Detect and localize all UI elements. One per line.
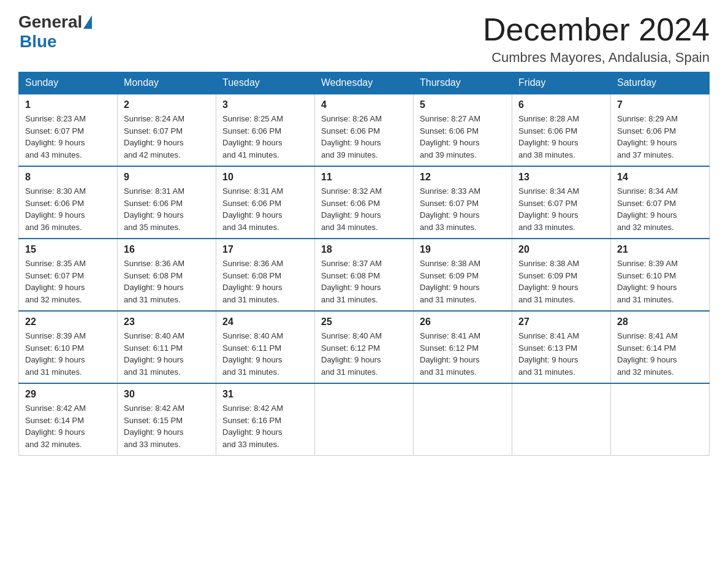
day-number: 28	[617, 316, 703, 327]
calendar-cell: 17 Sunrise: 8:36 AM Sunset: 6:08 PM Dayl…	[216, 239, 315, 311]
day-info: Sunrise: 8:31 AM Sunset: 6:06 PM Dayligh…	[222, 186, 283, 232]
day-info: Sunrise: 8:41 AM Sunset: 6:14 PM Dayligh…	[617, 331, 678, 377]
calendar-cell: 14 Sunrise: 8:34 AM Sunset: 6:07 PM Dayl…	[611, 166, 710, 239]
day-number: 3	[222, 99, 308, 110]
calendar-cell: 5 Sunrise: 8:27 AM Sunset: 6:06 PM Dayli…	[414, 94, 512, 166]
col-wednesday: Wednesday	[315, 72, 414, 94]
calendar-cell: 28 Sunrise: 8:41 AM Sunset: 6:14 PM Dayl…	[611, 311, 710, 383]
day-number: 31	[222, 389, 308, 400]
day-number: 11	[321, 172, 407, 183]
calendar-cell: 3 Sunrise: 8:25 AM Sunset: 6:06 PM Dayli…	[216, 94, 315, 166]
calendar-cell: 19 Sunrise: 8:38 AM Sunset: 6:09 PM Dayl…	[414, 239, 512, 311]
day-info: Sunrise: 8:41 AM Sunset: 6:12 PM Dayligh…	[420, 331, 480, 377]
day-number: 18	[321, 244, 407, 255]
col-thursday: Thursday	[414, 72, 512, 94]
day-number: 23	[124, 316, 210, 327]
calendar-cell: 9 Sunrise: 8:31 AM Sunset: 6:06 PM Dayli…	[118, 166, 216, 239]
logo-blue-text: Blue	[20, 32, 57, 51]
day-number: 13	[518, 172, 604, 183]
calendar-cell: 13 Sunrise: 8:34 AM Sunset: 6:07 PM Dayl…	[512, 166, 611, 239]
day-info: Sunrise: 8:32 AM Sunset: 6:06 PM Dayligh…	[321, 186, 382, 232]
day-number: 8	[25, 172, 111, 183]
day-number: 24	[222, 316, 308, 327]
calendar-cell: 25 Sunrise: 8:40 AM Sunset: 6:12 PM Dayl…	[315, 311, 414, 383]
day-info: Sunrise: 8:35 AM Sunset: 6:07 PM Dayligh…	[25, 259, 86, 304]
day-info: Sunrise: 8:27 AM Sunset: 6:06 PM Dayligh…	[420, 114, 480, 159]
calendar-cell: 11 Sunrise: 8:32 AM Sunset: 6:06 PM Dayl…	[315, 166, 414, 239]
day-number: 5	[420, 99, 506, 110]
calendar-cell	[512, 383, 611, 456]
day-info: Sunrise: 8:40 AM Sunset: 6:11 PM Dayligh…	[124, 331, 184, 377]
day-info: Sunrise: 8:40 AM Sunset: 6:11 PM Dayligh…	[222, 331, 283, 377]
day-number: 22	[25, 316, 111, 327]
day-info: Sunrise: 8:36 AM Sunset: 6:08 PM Dayligh…	[222, 259, 283, 304]
day-info: Sunrise: 8:34 AM Sunset: 6:07 PM Dayligh…	[518, 186, 579, 232]
day-number: 2	[124, 99, 210, 110]
location-subtitle: Cumbres Mayores, Andalusia, Spain	[483, 50, 710, 66]
day-number: 19	[420, 244, 506, 255]
calendar-cell: 20 Sunrise: 8:38 AM Sunset: 6:09 PM Dayl…	[512, 239, 611, 311]
day-info: Sunrise: 8:42 AM Sunset: 6:16 PM Dayligh…	[222, 404, 283, 449]
logo-general-text: General	[18, 12, 82, 32]
calendar-cell: 21 Sunrise: 8:39 AM Sunset: 6:10 PM Dayl…	[611, 239, 710, 311]
calendar-body: 1 Sunrise: 8:23 AM Sunset: 6:07 PM Dayli…	[19, 94, 710, 456]
day-number: 17	[222, 244, 308, 255]
day-info: Sunrise: 8:30 AM Sunset: 6:06 PM Dayligh…	[25, 186, 86, 232]
col-friday: Friday	[512, 72, 611, 94]
calendar-cell	[315, 383, 414, 456]
col-saturday: Saturday	[611, 72, 710, 94]
day-info: Sunrise: 8:26 AM Sunset: 6:06 PM Dayligh…	[321, 114, 382, 159]
day-info: Sunrise: 8:34 AM Sunset: 6:07 PM Dayligh…	[617, 186, 678, 232]
day-info: Sunrise: 8:40 AM Sunset: 6:12 PM Dayligh…	[321, 331, 382, 377]
day-number: 29	[25, 389, 111, 400]
calendar-week-row: 22 Sunrise: 8:39 AM Sunset: 6:10 PM Dayl…	[19, 311, 710, 383]
day-info: Sunrise: 8:38 AM Sunset: 6:09 PM Dayligh…	[420, 259, 480, 304]
calendar-cell	[414, 383, 512, 456]
day-number: 9	[124, 172, 210, 183]
logo: General Blue	[18, 12, 93, 52]
day-number: 20	[518, 244, 604, 255]
day-number: 1	[25, 99, 111, 110]
calendar-cell: 6 Sunrise: 8:28 AM Sunset: 6:06 PM Dayli…	[512, 94, 611, 166]
col-tuesday: Tuesday	[216, 72, 315, 94]
day-number: 14	[617, 172, 703, 183]
calendar-cell: 2 Sunrise: 8:24 AM Sunset: 6:07 PM Dayli…	[118, 94, 216, 166]
calendar-week-row: 29 Sunrise: 8:42 AM Sunset: 6:14 PM Dayl…	[19, 383, 710, 456]
day-number: 10	[222, 172, 308, 183]
calendar-table: Sunday Monday Tuesday Wednesday Thursday…	[18, 72, 710, 456]
day-number: 12	[420, 172, 506, 183]
calendar-cell: 15 Sunrise: 8:35 AM Sunset: 6:07 PM Dayl…	[19, 239, 118, 311]
title-area: December 2024 Cumbres Mayores, Andalusia…	[483, 12, 710, 66]
calendar-cell: 30 Sunrise: 8:42 AM Sunset: 6:15 PM Dayl…	[118, 383, 216, 456]
day-info: Sunrise: 8:28 AM Sunset: 6:06 PM Dayligh…	[518, 114, 579, 159]
day-info: Sunrise: 8:33 AM Sunset: 6:07 PM Dayligh…	[420, 186, 480, 232]
calendar-cell: 10 Sunrise: 8:31 AM Sunset: 6:06 PM Dayl…	[216, 166, 315, 239]
calendar-cell: 1 Sunrise: 8:23 AM Sunset: 6:07 PM Dayli…	[19, 94, 118, 166]
logo-triangle-icon	[83, 15, 92, 29]
day-info: Sunrise: 8:42 AM Sunset: 6:15 PM Dayligh…	[124, 404, 184, 449]
day-info: Sunrise: 8:29 AM Sunset: 6:06 PM Dayligh…	[617, 114, 678, 159]
day-number: 4	[321, 99, 407, 110]
calendar-cell: 27 Sunrise: 8:41 AM Sunset: 6:13 PM Dayl…	[512, 311, 611, 383]
day-number: 26	[420, 316, 506, 327]
day-info: Sunrise: 8:31 AM Sunset: 6:06 PM Dayligh…	[124, 186, 184, 232]
day-number: 25	[321, 316, 407, 327]
calendar-header-row: Sunday Monday Tuesday Wednesday Thursday…	[19, 72, 710, 94]
calendar-cell	[611, 383, 710, 456]
calendar-week-row: 1 Sunrise: 8:23 AM Sunset: 6:07 PM Dayli…	[19, 94, 710, 166]
day-info: Sunrise: 8:38 AM Sunset: 6:09 PM Dayligh…	[518, 259, 579, 304]
calendar-cell: 26 Sunrise: 8:41 AM Sunset: 6:12 PM Dayl…	[414, 311, 512, 383]
calendar-cell: 29 Sunrise: 8:42 AM Sunset: 6:14 PM Dayl…	[19, 383, 118, 456]
day-info: Sunrise: 8:23 AM Sunset: 6:07 PM Dayligh…	[25, 114, 86, 159]
col-monday: Monday	[118, 72, 216, 94]
calendar-cell: 12 Sunrise: 8:33 AM Sunset: 6:07 PM Dayl…	[414, 166, 512, 239]
calendar-cell: 31 Sunrise: 8:42 AM Sunset: 6:16 PM Dayl…	[216, 383, 315, 456]
calendar-week-row: 15 Sunrise: 8:35 AM Sunset: 6:07 PM Dayl…	[19, 239, 710, 311]
day-number: 21	[617, 244, 703, 255]
calendar-week-row: 8 Sunrise: 8:30 AM Sunset: 6:06 PM Dayli…	[19, 166, 710, 239]
day-info: Sunrise: 8:39 AM Sunset: 6:10 PM Dayligh…	[25, 331, 86, 377]
day-info: Sunrise: 8:39 AM Sunset: 6:10 PM Dayligh…	[617, 259, 678, 304]
calendar-cell: 22 Sunrise: 8:39 AM Sunset: 6:10 PM Dayl…	[19, 311, 118, 383]
day-info: Sunrise: 8:37 AM Sunset: 6:08 PM Dayligh…	[321, 259, 382, 304]
day-number: 15	[25, 244, 111, 255]
